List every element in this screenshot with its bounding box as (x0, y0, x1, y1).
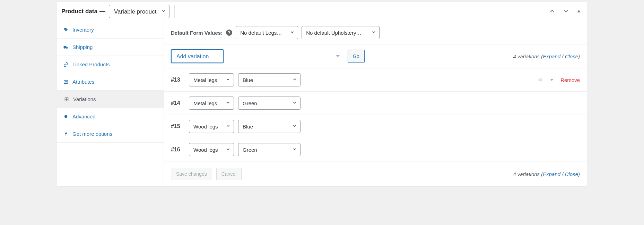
sidebar-tab-label: Variations (73, 96, 96, 102)
variations-count-top: 4 variations (Expand / Close) (513, 53, 580, 59)
sidebar-tab-attributes[interactable]: Attributes (57, 73, 164, 91)
variation-id: #13 (171, 77, 185, 83)
panel-up-icon[interactable] (547, 7, 557, 16)
variation-upholstery-select[interactable]: BlueGreen (238, 120, 301, 133)
variation-id: #16 (171, 147, 185, 153)
variation-id: #15 (171, 123, 185, 130)
variation-upholstery-select[interactable]: BlueGreen (238, 73, 301, 86)
variation-id: #14 (171, 100, 185, 106)
close-link[interactable]: Close (565, 53, 578, 59)
default-form-values-row: Default Form Values: ? No default Legs… … (164, 21, 587, 44)
sidebar-tab-linked-products[interactable]: Linked Products (57, 56, 164, 73)
sidebar-tabs: InventoryShippingLinked ProductsAttribut… (57, 21, 164, 186)
truck-icon (63, 45, 69, 50)
expand-row-icon[interactable] (549, 77, 554, 82)
sidebar-tab-label: Get more options (72, 131, 112, 137)
help-icon[interactable]: ? (226, 30, 232, 36)
close-link[interactable]: Close (565, 171, 578, 177)
sidebar-tab-inventory[interactable]: Inventory (57, 21, 164, 39)
variation-legs-select[interactable]: Metal legsWood legs (189, 143, 234, 156)
sidebar-tab-variations[interactable]: Variations (57, 91, 164, 108)
variations-panel: Default Form Values: ? No default Legs… … (164, 21, 587, 186)
svg-rect-2 (64, 46, 67, 48)
svg-marker-0 (577, 10, 580, 12)
default-values-label: Default Form Values: (171, 30, 223, 36)
plug-icon (63, 132, 69, 136)
sidebar-tab-label: Inventory (72, 27, 94, 33)
expand-link[interactable]: Expand (543, 53, 560, 59)
default-legs-select[interactable]: No default Legs… (236, 26, 298, 39)
drag-handle-icon[interactable] (538, 77, 543, 83)
panel-header: Product data — Variable product (57, 2, 587, 21)
variation-legs-select[interactable]: Metal legsWood legs (189, 120, 234, 133)
add-variation-select[interactable]: Add variation (171, 49, 224, 63)
sidebar-tab-advanced[interactable]: Advanced (57, 108, 164, 125)
variation-upholstery-select[interactable]: BlueGreen (238, 97, 301, 110)
header-divider (174, 5, 175, 18)
sidebar-tab-label: Advanced (72, 114, 96, 119)
variation-row-actions: Remove (538, 77, 580, 83)
panel-down-icon[interactable] (561, 7, 571, 16)
variation-row[interactable]: #15Metal legsWood legsBlueGreen (164, 115, 587, 138)
svg-point-3 (64, 48, 65, 49)
remove-variation-link[interactable]: Remove (560, 77, 580, 83)
gear-icon (63, 114, 69, 119)
cancel-button[interactable]: Cancel (216, 168, 242, 180)
expand-link[interactable]: Expand (543, 171, 560, 177)
svg-point-4 (67, 48, 67, 49)
add-variation-row: Add variation Go 4 variations (Expand / … (164, 44, 587, 68)
variation-row[interactable]: #16Metal legsWood legsBlueGreen (164, 138, 587, 161)
go-button[interactable]: Go (348, 50, 365, 63)
svg-point-1 (65, 28, 66, 29)
link-icon (63, 62, 69, 67)
default-upholstery-select[interactable]: No default Upholstery… (302, 26, 380, 39)
variation-upholstery-select[interactable]: BlueGreen (238, 143, 301, 156)
variation-legs-select[interactable]: Metal legsWood legs (189, 97, 234, 110)
grid-icon (64, 97, 70, 102)
list-icon (63, 80, 69, 84)
panel-collapse-icon[interactable] (575, 8, 583, 15)
product-type-select[interactable]: Variable product (109, 5, 169, 18)
save-changes-button[interactable]: Save changes (171, 168, 212, 180)
variation-row[interactable]: #14Metal legsWood legsBlueGreen (164, 92, 587, 115)
tag-icon (63, 27, 69, 32)
variation-row[interactable]: #13Metal legsWood legsBlueGreenRemove (164, 68, 587, 92)
sidebar-tab-label: Linked Products (72, 61, 110, 67)
sidebar-tab-label: Attributes (72, 79, 94, 85)
variations-count-bottom: 4 variations (Expand / Close) (513, 171, 580, 177)
sidebar-tab-get-more-options[interactable]: Get more options (57, 125, 164, 143)
sidebar-tab-label: Shipping (72, 44, 93, 50)
chevron-down-icon (335, 53, 341, 60)
sidebar-tab-shipping[interactable]: Shipping (57, 39, 164, 56)
svg-marker-15 (550, 79, 553, 81)
footer-row: Save changes Cancel 4 variations (Expand… (164, 161, 587, 186)
title-dash: — (99, 8, 105, 15)
variation-legs-select[interactable]: Metal legsWood legs (189, 73, 234, 86)
product-data-panel: Product data — Variable product I (57, 2, 587, 187)
panel-title: Product data (61, 8, 97, 15)
